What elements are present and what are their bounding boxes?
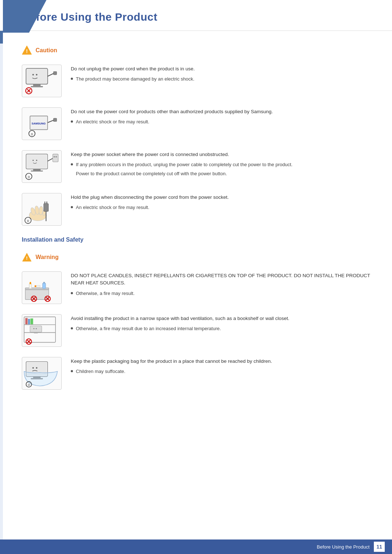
page-title: Before Using the Product [22, 11, 370, 23]
warning-item-1-sub-1: Otherwise, a fire may result. [71, 290, 370, 297]
caution-item-2-content: Do not use the power cord for products o… [71, 107, 370, 127]
caution-item-1-main: Do not unplug the power cord when the pr… [71, 65, 370, 73]
page-header: Before Using the Product [0, 0, 392, 31]
caution-item-3-extra: Power to the product cannot be completel… [76, 170, 370, 177]
svg-point-24 [36, 160, 37, 161]
svg-rect-62 [34, 332, 38, 333]
svg-point-63 [33, 328, 34, 329]
caution-item-4-sub-text-1: An electric shock or fire may result. [76, 204, 149, 211]
main-content: ! Caution [0, 31, 392, 422]
caution-label: Caution [36, 47, 57, 54]
bullet-icon [71, 78, 73, 80]
svg-rect-26 [53, 154, 58, 162]
caution-item-2-sub-text-1: An electric shock or fire may result. [76, 118, 149, 126]
svg-rect-22 [31, 171, 43, 172]
svg-rect-51 [43, 282, 45, 283]
warning-item-2-content: Avoid installing the product in a narrow… [71, 314, 370, 334]
svg-rect-67 [30, 319, 33, 324]
caution-item-2: SAMSUNG 0 Do not use the power cord for … [22, 107, 370, 140]
bullet-icon [71, 120, 73, 123]
caution-header: ! Caution [22, 45, 370, 56]
bullet-icon [71, 370, 73, 372]
warning-item-2-sub-text-1: Otherwise, a fire may result due to an i… [76, 325, 221, 332]
warning-item-3-content: Keep the plastic packaging bag for the p… [71, 357, 370, 377]
svg-text:!: ! [26, 48, 28, 54]
caution-item-4-main: Hold the plug when disconnecting the pow… [71, 194, 370, 201]
caution-item-2-main: Do not use the power cord for products o… [71, 108, 370, 115]
bullet-icon [71, 206, 73, 208]
svg-line-15 [48, 120, 54, 123]
warning-item-3-sub-text-1: Children may suffocate. [76, 368, 125, 375]
caution-image-1 [22, 65, 62, 97]
svg-text:0: 0 [27, 219, 29, 223]
caution-item-1-sub-1: The product may become damaged by an ele… [71, 75, 370, 83]
caution-image-2: SAMSUNG 0 [22, 107, 62, 140]
svg-rect-9 [53, 71, 57, 75]
caution-item-3-sub-text-1: If any problem occurs in the product, un… [76, 161, 293, 168]
svg-point-73 [32, 367, 34, 369]
monitor-unplug-illustration [22, 65, 61, 97]
svg-text:SAMSUNG: SAMSUNG [32, 122, 46, 125]
svg-rect-36 [44, 204, 48, 212]
socket-illustration: 0 [22, 151, 61, 182]
svg-point-7 [36, 74, 37, 75]
warning-image-2 [22, 314, 62, 347]
caution-item-3-main: Keep the power socket where the power co… [71, 151, 370, 158]
caution-image-3: 0 [22, 150, 62, 183]
svg-rect-49 [35, 286, 36, 287]
bookshelf-illustration [22, 315, 61, 346]
svg-rect-5 [31, 86, 43, 87]
warning-header: ! Warning [22, 252, 370, 262]
warning-item-2: Avoid installing the product in a narrow… [22, 314, 370, 347]
warning-item-2-sub-1: Otherwise, a fire may result due to an i… [71, 325, 370, 332]
svg-rect-65 [25, 318, 28, 324]
warning-item-1-sub-text-1: Otherwise, a fire may result. [76, 290, 135, 297]
footer-text: Before Using the Product [317, 544, 369, 550]
warning-image-3: 0 [22, 357, 62, 390]
plastic-bag-illustration: 0 [22, 358, 61, 389]
svg-line-8 [48, 73, 54, 76]
svg-rect-16 [53, 118, 57, 122]
caution-item-3: 0 Keep the power socket where the power … [22, 150, 370, 183]
left-accent-bar [0, 0, 3, 554]
bullet-icon [71, 163, 73, 165]
warning-item-3: 0 Keep the plastic packaging bag for the… [22, 357, 370, 390]
caution-icon: ! [22, 45, 32, 56]
caution-item-1-content: Do not unplug the power cord when the pr… [71, 65, 370, 85]
caution-image-4: 0 [22, 193, 62, 226]
caution-item-2-sub-1: An electric shock or fire may result. [71, 118, 370, 126]
caution-triangle-icon: ! [21, 45, 32, 55]
samsung-cord-illustration: SAMSUNG 0 [22, 108, 61, 139]
caution-item-1: Do not unplug the power cord when the pr… [22, 65, 370, 97]
plug-hold-illustration: 0 [22, 194, 61, 225]
svg-rect-50 [42, 283, 46, 288]
svg-text:0: 0 [28, 383, 30, 387]
warning-item-1: DO NOT PLACE CANDLES, INSECT REPELLANTS … [22, 271, 370, 304]
warning-item-1-main: DO NOT PLACE CANDLES, INSECT REPELLANTS … [71, 272, 370, 287]
svg-text:0: 0 [31, 132, 33, 136]
svg-point-74 [36, 367, 37, 369]
svg-rect-21 [33, 169, 41, 170]
caution-item-3-content: Keep the power socket where the power co… [71, 150, 370, 177]
caution-item-4-sub-1: An electric shock or fire may result. [71, 204, 370, 211]
warning-item-2-main: Avoid installing the product in a narrow… [71, 315, 370, 322]
bullet-icon [71, 292, 73, 294]
caution-item-4: 0 Hold the plug when disconnecting the p… [22, 193, 370, 226]
svg-point-47 [30, 282, 31, 284]
svg-rect-20 [27, 155, 47, 168]
warning-item-1-content: DO NOT PLACE CANDLES, INSECT REPELLANTS … [71, 271, 370, 299]
warning-triangle-icon: ! [22, 252, 32, 262]
installation-section-title: Installation and Safety [22, 237, 370, 243]
page-footer: Before Using the Product 11 [0, 539, 392, 554]
caution-item-1-sub-text-1: The product may become damaged by an ele… [76, 75, 195, 83]
svg-rect-4 [33, 84, 41, 86]
svg-point-28 [56, 156, 57, 157]
warning-item-3-sub-1: Children may suffocate. [71, 368, 370, 375]
caution-item-3-sub-1: If any problem occurs in the product, un… [71, 161, 370, 168]
warning-label: Warning [36, 254, 58, 260]
warning-item-3-main: Keep the plastic packaging bag for the p… [71, 358, 370, 365]
svg-point-64 [36, 328, 37, 329]
warning-icon: ! [22, 252, 32, 262]
svg-point-23 [33, 160, 34, 161]
bullet-icon [71, 327, 73, 329]
